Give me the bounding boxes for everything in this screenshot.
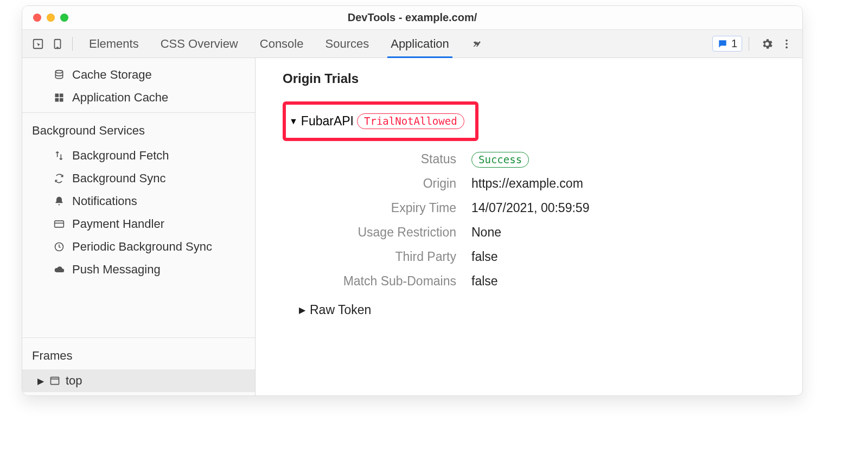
svg-point-3 [786, 39, 788, 41]
svg-point-4 [786, 43, 788, 45]
tab-elements[interactable]: Elements [89, 30, 139, 58]
sidebar-item-label: Periodic Background Sync [72, 240, 212, 254]
cloud-icon [53, 263, 66, 276]
sidebar-item-label: Push Messaging [72, 263, 161, 277]
detail-value-origin: https://example.com [471, 176, 786, 191]
window-icon [49, 375, 60, 386]
sidebar-item-label: Background Fetch [72, 149, 169, 163]
sidebar-item-label: Payment Handler [72, 217, 164, 231]
issues-badge[interactable]: 1 [712, 36, 742, 52]
detail-value-subdomains: false [471, 274, 786, 289]
sync-icon [53, 172, 66, 185]
detail-label-third-party: Third Party [299, 250, 456, 264]
inspect-element-icon[interactable] [30, 36, 46, 52]
sidebar-item-push-messaging[interactable]: Push Messaging [22, 258, 255, 281]
minimize-icon[interactable] [47, 14, 55, 22]
detail-label-status: Status [299, 152, 456, 167]
sidebar-item-payment-handler[interactable]: Payment Handler [22, 213, 255, 235]
svg-rect-10 [60, 98, 63, 102]
sidebar-group-cache: Cache Storage Application Cache [22, 58, 255, 112]
issues-icon [717, 39, 728, 49]
issues-count: 1 [731, 37, 737, 50]
frame-label: top [66, 374, 82, 388]
tab-console[interactable]: Console [260, 30, 304, 58]
tab-application[interactable]: Application [391, 30, 449, 58]
sidebar-item-label: Notifications [72, 194, 137, 208]
trial-row[interactable]: ▼ FubarAPI TrialNotAllowed [289, 113, 464, 129]
svg-rect-11 [55, 221, 64, 227]
svg-rect-8 [60, 94, 63, 98]
transfer-icon [53, 149, 66, 162]
svg-rect-14 [51, 377, 59, 384]
sidebar-item-periodic-sync[interactable]: Periodic Background Sync [22, 235, 255, 258]
status-pill: Success [471, 152, 529, 168]
settings-icon[interactable] [759, 36, 775, 52]
body: Cache Storage Application Cache Backgrou… [22, 58, 802, 395]
triangle-right-icon: ▶ [37, 376, 44, 386]
divider [749, 37, 749, 51]
sidebar-header-background: Background Services [22, 118, 255, 144]
titlebar: DevTools - example.com/ [22, 6, 802, 30]
detail-label-origin: Origin [299, 176, 456, 191]
device-toolbar-icon[interactable] [49, 36, 66, 52]
sidebar-item-background-fetch[interactable]: Background Fetch [22, 144, 255, 167]
toolbar: Elements CSS Overview Console Sources Ap… [22, 30, 802, 58]
trial-name: FubarAPI [301, 114, 354, 129]
card-icon [53, 218, 66, 231]
panel-tabs: Elements CSS Overview Console Sources Ap… [89, 30, 480, 58]
detail-value-status: Success [471, 152, 786, 167]
kebab-menu-icon[interactable] [778, 36, 795, 52]
detail-label-expiry: Expiry Time [299, 201, 456, 215]
sidebar-group-frames: Frames ▶ top [22, 337, 255, 395]
detail-grid: Status Success Origin https://example.co… [299, 152, 786, 289]
detail-value-third-party: false [471, 250, 786, 264]
detail-label-usage: Usage Restriction [299, 225, 456, 240]
highlight-box: ▼ FubarAPI TrialNotAllowed [283, 101, 478, 141]
sidebar-item-label: Application Cache [72, 91, 168, 105]
raw-token-row[interactable]: ▶ Raw Token [299, 303, 786, 317]
devtools-window: DevTools - example.com/ Elements CSS Ove… [22, 5, 803, 396]
tab-sources[interactable]: Sources [325, 30, 369, 58]
sidebar-item-application-cache[interactable]: Application Cache [22, 86, 255, 109]
database-icon [53, 68, 66, 81]
triangle-down-icon: ▼ [289, 117, 298, 126]
traffic-lights [33, 14, 68, 22]
bell-icon [53, 195, 66, 208]
sidebar-group-background: Background Services Background Fetch Bac… [22, 112, 255, 284]
tab-css-overview[interactable]: CSS Overview [161, 30, 238, 58]
svg-point-6 [55, 71, 62, 73]
sidebar: Cache Storage Application Cache Backgrou… [22, 58, 256, 395]
main-panel: Origin Trials ▼ FubarAPI TrialNotAllowed… [256, 58, 802, 395]
sidebar-item-cache-storage[interactable]: Cache Storage [22, 63, 255, 86]
trial-status-pill: TrialNotAllowed [357, 113, 464, 129]
sidebar-item-background-sync[interactable]: Background Sync [22, 167, 255, 190]
svg-rect-9 [55, 98, 59, 102]
sidebar-item-label: Cache Storage [72, 68, 152, 82]
close-icon[interactable] [33, 14, 41, 22]
section-heading: Origin Trials [283, 71, 786, 86]
triangle-right-icon: ▶ [299, 305, 305, 315]
sidebar-item-label: Background Sync [72, 171, 165, 186]
grid-icon [53, 91, 66, 104]
detail-value-usage: None [471, 225, 786, 240]
raw-token-label: Raw Token [310, 303, 371, 317]
sidebar-header-frames: Frames [22, 343, 255, 369]
sidebar-item-notifications[interactable]: Notifications [22, 190, 255, 213]
divider [72, 37, 73, 51]
sidebar-item-frame-top[interactable]: ▶ top [22, 369, 255, 392]
detail-value-expiry: 14/07/2021, 00:59:59 [471, 201, 786, 215]
svg-point-5 [786, 46, 788, 48]
detail-label-subdomains: Match Sub-Domains [299, 274, 456, 289]
zoom-icon[interactable] [60, 14, 68, 22]
window-title: DevTools - example.com/ [22, 11, 802, 24]
svg-rect-7 [55, 94, 59, 98]
tab-overflow-icon[interactable]: » [471, 30, 480, 58]
clock-icon [53, 240, 66, 253]
